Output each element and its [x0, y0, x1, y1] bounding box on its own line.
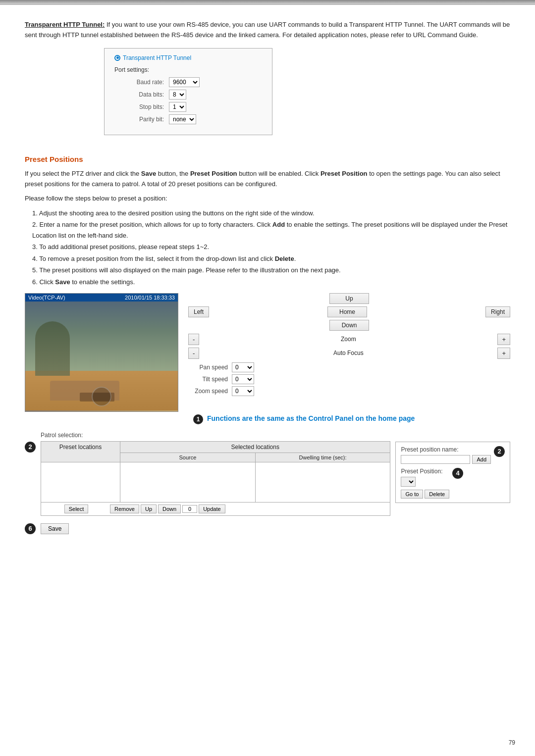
patrol-grid: Preset locations Selected locations Sour… — [41, 441, 390, 516]
save-button[interactable]: Save — [41, 523, 69, 534]
stop-bits-select[interactable]: 1 2 — [169, 102, 186, 112]
autofocus-plus-button[interactable]: + — [497, 348, 510, 359]
step-4: To remove a preset position from the lis… — [32, 253, 510, 264]
dwelling-header: Dwelling time (sec): — [256, 453, 390, 462]
add-button[interactable]: Add — [472, 455, 491, 464]
top-bar — [0, 0, 535, 4]
preset-positions-para1: If you select the PTZ driver and click t… — [25, 168, 510, 190]
zoom-speed-label: Zoom speed — [188, 388, 228, 395]
source-header: Source — [120, 453, 256, 462]
tunnel-title-label: Transparent HTTP Tunnel — [123, 54, 191, 61]
callout-1: 1 Functions are the same as the Control … — [193, 414, 510, 424]
delete-button[interactable]: Delete — [425, 490, 449, 499]
update-button[interactable]: Update — [199, 504, 225, 513]
baud-label: Baud rate: — [124, 79, 164, 86]
patrol-wrapper: 2 Patrol selection: Preset locations Sel… — [25, 432, 510, 516]
parity-select[interactable]: none even odd — [169, 114, 196, 124]
right-panel: Preset position name: Add 2 Preset Posit… — [395, 442, 510, 503]
parity-label: Parity bit: — [124, 116, 164, 123]
patrol-up-button[interactable]: Up — [141, 504, 157, 513]
preset-name-row: Preset position name: Add 2 — [401, 446, 505, 464]
step-2: Enter a name for the preset position, wh… — [32, 219, 510, 241]
preset-positions-para2: Please follow the steps below to preset … — [25, 193, 510, 203]
tunnel-link: Transparent HTTP Tunnel: — [25, 21, 105, 28]
ptz-right-button[interactable]: Right — [485, 306, 510, 317]
callout-2-left: 2 — [25, 442, 36, 453]
pan-speed-select[interactable]: 0123 — [232, 362, 254, 372]
port-stop-row: Stop bits: 1 2 — [124, 102, 262, 112]
page-number: 79 — [509, 739, 515, 746]
ptz-section: Video(TCP-AV) 2010/01/15 18:33:33 — [25, 293, 510, 412]
callout-2-num-left: 2 — [25, 442, 36, 453]
steps-list: Adjust the shooting area to the desired … — [32, 208, 510, 287]
preset-positions-heading: Preset Positions — [25, 155, 510, 163]
ptz-tilt-speed-row: Tilt speed 0123 — [188, 374, 510, 384]
step-6: Click Save to enable the settings. — [32, 277, 510, 287]
stop-bits-label: Stop bits: — [124, 103, 164, 110]
zoom-speed-select[interactable]: 0123 — [232, 386, 254, 396]
camera-label-left: Video(TCP-AV) — [28, 295, 65, 301]
patrol-btn-row: Select Remove Up Down 0 Update — [41, 502, 390, 515]
patrol-label: Patrol selection: — [41, 432, 390, 439]
tunnel-box: Transparent HTTP Tunnel Port settings: B… — [104, 48, 272, 135]
camera-preview-bar: Video(TCP-AV) 2010/01/15 18:33:33 — [25, 294, 178, 302]
selected-locations-header: Selected locations — [120, 442, 390, 453]
select-btn-area: Select — [44, 504, 108, 513]
zoom-plus-button[interactable]: + — [497, 334, 510, 345]
selected-sub-headers: Source Dwelling time (sec): — [120, 453, 390, 462]
ptz-pan-speed-row: Pan speed 0123 — [188, 362, 510, 372]
camera-preview: Video(TCP-AV) 2010/01/15 18:33:33 — [25, 293, 178, 412]
callout-6-num: 6 — [25, 523, 36, 534]
select-button[interactable]: Select — [64, 504, 89, 513]
autofocus-minus-button[interactable]: - — [188, 348, 199, 359]
data-bits-select[interactable]: 8 7 — [169, 90, 186, 100]
zoom-label: Zoom — [202, 336, 494, 343]
ptz-down-button[interactable]: Down — [329, 320, 369, 331]
preset-locations-header: Preset locations — [41, 442, 120, 462]
preset-name-input-row: Add — [401, 455, 491, 464]
ptz-controls-panel: Up Left Home Right Down - Zoom + - — [178, 293, 510, 412]
callout-2-num-right: 2 — [494, 446, 505, 457]
port-settings-label: Port settings: — [114, 66, 262, 73]
ptz-left-button[interactable]: Left — [188, 306, 209, 317]
selected-locations-body — [120, 462, 390, 502]
zoom-minus-button[interactable]: - — [188, 334, 199, 345]
port-parity-row: Parity bit: none even odd — [124, 114, 262, 124]
tilt-speed-label: Tilt speed — [188, 376, 228, 383]
goto-button[interactable]: Go to — [401, 490, 423, 499]
preset-pos-row: Preset Position: Go to Delete 4 — [401, 468, 505, 499]
selected-locations-area: Selected locations Source Dwelling time … — [120, 442, 390, 462]
remove-button[interactable]: Remove — [110, 504, 139, 513]
save-section: 6 Save — [25, 523, 510, 534]
callout-1-text: Functions are the same as the Control Pa… — [207, 414, 415, 422]
step-1: Adjust the shooting area to the desired … — [32, 208, 510, 218]
ptz-dpad: Up Left Home Right Down — [188, 293, 510, 331]
selected-btns-area: Remove Up Down 0 Update — [110, 504, 387, 513]
ptz-zoom-row: - Zoom + — [188, 334, 510, 345]
callout-1-num: 1 — [193, 414, 203, 424]
radio-dot-icon — [114, 55, 120, 61]
ptz-up-row: Up — [188, 293, 510, 304]
tunnel-title: Transparent HTTP Tunnel — [114, 54, 262, 61]
port-baud-row: Baud rate: 9600 4800 19200 — [124, 77, 262, 87]
patrol-headers: Preset locations Selected locations Sour… — [41, 442, 390, 462]
ptz-autofocus-row: - Auto Focus + — [188, 348, 510, 359]
patrol-body — [41, 462, 390, 502]
preset-pos-label: Preset Position: — [401, 468, 449, 475]
ptz-up-button[interactable]: Up — [329, 293, 369, 304]
camera-preview-img — [25, 302, 178, 410]
source-body — [120, 462, 256, 502]
ptz-zoom-speed-row: Zoom speed 0123 — [188, 386, 510, 396]
ptz-mid-row: Left Home Right — [188, 306, 510, 317]
patrol-down-button[interactable]: Down — [158, 504, 181, 513]
dwelling-body — [256, 462, 390, 502]
preset-pos-select[interactable] — [401, 477, 416, 487]
preset-name-input[interactable] — [401, 455, 470, 464]
baud-select[interactable]: 9600 4800 19200 — [169, 77, 200, 87]
pan-speed-label: Pan speed — [188, 364, 228, 371]
patrol-table-area: Patrol selection: Preset locations Selec… — [41, 432, 390, 516]
ptz-home-button[interactable]: Home — [327, 306, 367, 317]
callout-4-num: 4 — [452, 468, 463, 479]
patrol-value-input[interactable]: 0 — [182, 505, 197, 513]
tilt-speed-select[interactable]: 0123 — [232, 374, 254, 384]
